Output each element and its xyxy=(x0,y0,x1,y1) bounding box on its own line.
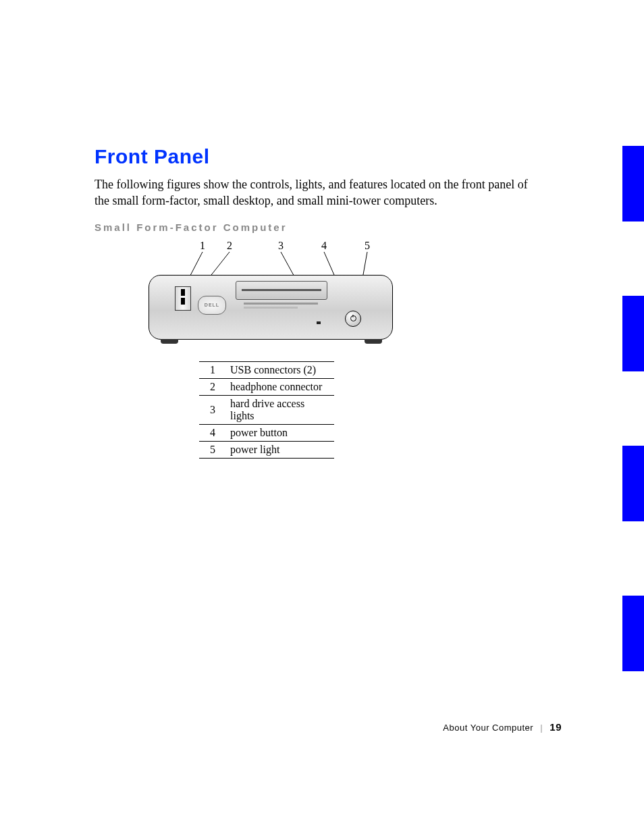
legend-label: power button xyxy=(226,424,334,441)
chassis-body: DELL xyxy=(149,275,393,340)
thumb-tab xyxy=(622,596,644,671)
intro-paragraph: The following figures show the controls,… xyxy=(95,176,540,209)
legend-label: power light xyxy=(226,441,334,458)
footer-section: About Your Computer xyxy=(443,723,533,733)
legend-number: 2 xyxy=(199,378,226,395)
thumb-tab xyxy=(622,446,644,521)
legend-label: USB connectors (2) xyxy=(226,361,334,378)
legend-number: 1 xyxy=(199,361,226,378)
table-row: 5power light xyxy=(199,441,334,458)
chassis-foot xyxy=(365,339,382,344)
callout-label-3: 3 xyxy=(278,240,284,252)
legend-table: 1USB connectors (2)2headphone connector3… xyxy=(199,361,334,459)
thumb-tab xyxy=(622,296,644,371)
power-button-icon xyxy=(345,311,361,327)
legend-number: 4 xyxy=(199,424,226,441)
chassis-foot xyxy=(161,339,178,344)
table-row: 4power button xyxy=(199,424,334,441)
thumb-tab xyxy=(622,146,644,221)
legend-number: 3 xyxy=(199,395,226,424)
legend-label: hard drive access lights xyxy=(226,395,334,424)
callout-label-5: 5 xyxy=(365,240,370,252)
page-number: 19 xyxy=(549,721,562,733)
section-heading: Front Panel xyxy=(95,145,540,168)
callout-label-4: 4 xyxy=(321,240,327,252)
legend-label: headphone connector xyxy=(226,378,334,395)
brand-badge: DELL xyxy=(198,296,226,315)
table-row: 2headphone connector xyxy=(199,378,334,395)
hdd-led-icon xyxy=(317,321,321,324)
figure-subheading: Small Form-Factor Computer xyxy=(95,221,540,233)
front-panel-diagram: 1 2 3 4 5 DELL xyxy=(149,240,405,348)
callout-label-1: 1 xyxy=(200,240,205,252)
footer-separator: | xyxy=(540,723,543,733)
usb-ports-icon xyxy=(175,286,191,311)
vent-bars-icon xyxy=(244,303,318,309)
page-footer: About Your Computer | 19 xyxy=(0,721,644,733)
legend-number: 5 xyxy=(199,441,226,458)
callout-label-2: 2 xyxy=(227,240,232,252)
optical-drive-icon xyxy=(236,281,327,300)
table-row: 1USB connectors (2) xyxy=(199,361,334,378)
table-row: 3hard drive access lights xyxy=(199,395,334,424)
